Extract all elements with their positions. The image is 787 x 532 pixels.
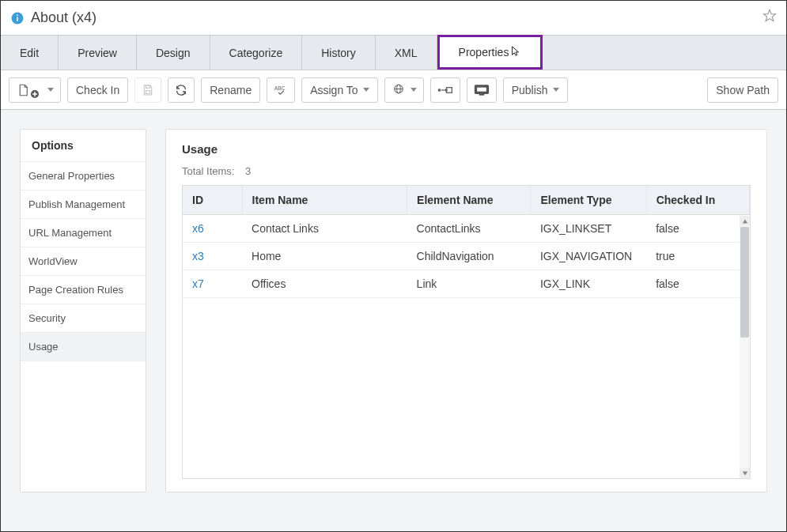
workflow-button[interactable] [430, 77, 460, 103]
column-header[interactable]: Checked In [646, 186, 749, 215]
scroll-thumb[interactable] [740, 227, 749, 338]
caret-down-icon [553, 88, 559, 92]
svg-rect-2 [17, 14, 18, 16]
caret-down-icon [411, 88, 417, 92]
tab-properties[interactable]: Properties [437, 35, 543, 70]
column-header[interactable]: Element Name [407, 186, 531, 215]
caret-down-icon [363, 88, 369, 92]
cell-item-name: Home [242, 243, 407, 270]
options-sidebar: Options General PropertiesPublish Manage… [20, 129, 146, 492]
scroll-up-icon[interactable] [740, 216, 750, 226]
tab-label: Properties [459, 46, 509, 58]
tab-label: History [321, 47, 356, 59]
panel-heading: Usage [182, 142, 751, 156]
cell-checked-in: false [646, 270, 749, 298]
tab-categorize[interactable]: Categorize [210, 36, 303, 70]
translate-dropdown[interactable] [384, 77, 424, 103]
tab-label: Categorize [229, 47, 283, 59]
cell-item-name: Offices [242, 270, 407, 298]
svg-rect-10 [437, 89, 440, 91]
sidebar-item-security[interactable]: Security [21, 304, 146, 333]
sidebar-item-url-management[interactable]: URL Management [21, 219, 146, 247]
sidebar-item-general-properties[interactable]: General Properties [21, 162, 146, 191]
total-items-row: Total Items: 3 [182, 165, 751, 177]
table-row[interactable]: x6Contact LinksContactLinksIGX_LINKSETfa… [183, 215, 750, 243]
column-header[interactable]: Element Type [531, 186, 646, 215]
tab-design[interactable]: Design [137, 36, 210, 70]
sidebar-item-worldview[interactable]: WorldView [21, 247, 146, 276]
sidebar-item-usage[interactable]: Usage [21, 333, 146, 361]
publish-dropdown[interactable]: Publish [503, 77, 568, 103]
tab-history[interactable]: History [302, 36, 376, 70]
cell-element-type: IGX_NAVIGATION [531, 243, 646, 270]
scroll-down-icon[interactable] [740, 468, 750, 478]
svg-marker-17 [742, 471, 747, 475]
check-in-button[interactable]: Check In [67, 77, 128, 103]
cursor-icon [509, 46, 521, 59]
tab-label: Design [156, 47, 191, 59]
cell-element-type: IGX_LINK [531, 270, 646, 298]
tab-label: XML [395, 47, 418, 59]
main-panel: Usage Total Items: 3 IDItem NameElement … [165, 129, 767, 492]
usage-table: IDItem NameElement NameElement TypeCheck… [183, 186, 750, 298]
vertical-scrollbar[interactable] [740, 216, 750, 478]
main-tabs: EditPreviewDesignCategorizeHistoryXMLPro… [1, 36, 786, 70]
favorite-star-icon[interactable] [762, 9, 777, 27]
show-path-button[interactable]: Show Path [707, 77, 778, 103]
assign-to-dropdown[interactable]: Assign To [301, 77, 377, 103]
svg-rect-14 [476, 86, 486, 92]
cell-checked-in: false [646, 215, 749, 243]
cell-element-name: ChildNavigation [407, 243, 531, 270]
sidebar-item-publish-management[interactable]: Publish Management [21, 191, 146, 219]
rename-button[interactable]: Rename [201, 77, 260, 103]
svg-marker-3 [764, 10, 776, 21]
tab-edit[interactable]: Edit [1, 36, 59, 70]
svg-rect-6 [146, 90, 150, 93]
table-row[interactable]: x7OfficesLinkIGX_LINKfalse [183, 270, 750, 298]
tab-label: Edit [20, 47, 39, 59]
tab-label: Preview [78, 47, 117, 59]
svg-marker-16 [742, 219, 747, 223]
titlebar: About (x4) [1, 1, 786, 36]
caret-down-icon [47, 88, 54, 92]
new-page-dropdown[interactable] [9, 77, 61, 103]
toolbar: Check In Rename ABC Assign To Publish Sh… [1, 70, 786, 110]
tab-preview[interactable]: Preview [59, 36, 137, 70]
svg-rect-1 [17, 17, 18, 21]
cell-item-name: Contact Links [242, 215, 407, 243]
cell-checked-in: true [646, 243, 749, 270]
cell-id[interactable]: x7 [183, 270, 242, 298]
svg-text:ABC: ABC [274, 85, 286, 91]
tab-xml[interactable]: XML [376, 36, 437, 70]
sidebar-header: Options [21, 130, 146, 162]
save-button[interactable] [134, 77, 161, 103]
svg-rect-5 [146, 85, 150, 88]
spellcheck-button[interactable]: ABC [267, 77, 295, 103]
cell-element-name: Link [407, 270, 531, 298]
cell-element-type: IGX_LINKSET [531, 215, 646, 243]
preview-device-button[interactable] [467, 77, 497, 103]
content-area: Options General PropertiesPublish Manage… [1, 110, 786, 531]
svg-rect-15 [479, 93, 483, 95]
cell-id[interactable]: x3 [183, 243, 242, 270]
column-header[interactable]: Item Name [242, 186, 407, 215]
table-row[interactable]: x3HomeChildNavigationIGX_NAVIGATIONtrue [183, 243, 750, 270]
page-title: About (x4) [31, 9, 96, 26]
info-icon [10, 11, 25, 25]
cell-element-name: ContactLinks [407, 215, 531, 243]
usage-table-wrap: IDItem NameElement NameElement TypeCheck… [182, 185, 751, 479]
column-header[interactable]: ID [183, 186, 242, 215]
cell-id[interactable]: x6 [183, 215, 242, 243]
refresh-button[interactable] [168, 77, 195, 103]
sidebar-item-page-creation-rules[interactable]: Page Creation Rules [21, 276, 146, 304]
